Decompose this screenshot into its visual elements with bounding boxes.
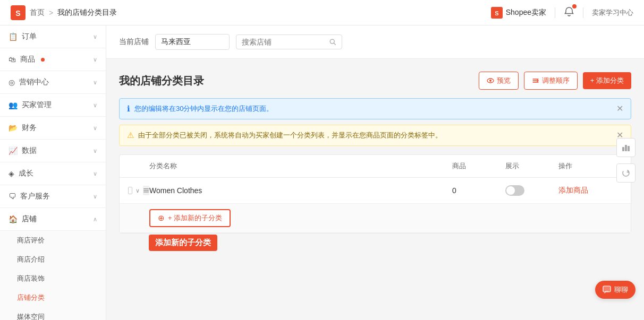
sidebar-label-data: 数据	[22, 146, 37, 155]
search-icon	[329, 38, 336, 46]
table-row: ∨ Women Clothes 0	[120, 178, 631, 204]
seller-study-link[interactable]: 卖家学习中心	[592, 8, 633, 18]
svg-point-7	[489, 80, 492, 82]
add-category-button[interactable]: + 添加分类	[583, 72, 631, 89]
refresh-icon	[621, 168, 631, 178]
sidebar-label-service: 客户服务	[20, 192, 50, 201]
col-action: 操作	[558, 161, 622, 171]
adjust-icon	[532, 77, 539, 84]
shop-icon: 🏠	[9, 215, 18, 223]
sidebar-item-shop-media[interactable]: 媒体空间	[17, 307, 106, 320]
top-header: S 首页 > 我的店铺分类目录 S Shopee卖家 卖家学习中心	[0, 0, 644, 25]
store-selector-label: 当前店铺	[119, 37, 149, 47]
sidebar-item-finance[interactable]: 📂 财务 ∨	[0, 117, 106, 140]
warning-icon: ⚠	[127, 131, 134, 140]
alert-blue-text: 您的编辑将在30分钟内显示在您的店铺页面。	[134, 104, 273, 114]
preview-button[interactable]: 预览	[479, 72, 519, 90]
alert-yellow-content: ⚠ 由于全部分类已被关闭，系统将自动为买家创建一个分类列表，并显示在您商品页面的…	[127, 131, 442, 140]
svg-text:S: S	[495, 10, 498, 16]
sidebar-label-buyer: 买家管理	[22, 100, 52, 110]
table-header: 分类名称 商品 展示 操作	[120, 155, 631, 178]
breadcrumb-current: 我的店铺分类目录	[57, 8, 117, 18]
chat-button[interactable]: 聊聊	[595, 281, 635, 299]
action-cell: 添加商品	[558, 186, 622, 195]
row-checkbox[interactable]	[128, 187, 132, 194]
adjust-order-button[interactable]: 调整顺序	[524, 72, 578, 90]
float-refresh-button[interactable]	[616, 163, 635, 183]
shop-sub-menu: 商店评价 商店介绍 商店装饰 店铺分类 媒体空间 我的报告	[0, 231, 106, 320]
sidebar: 📋 订单 ∨ 🛍 商品 ∨ ◎ 营销中心 ∨ 👥 买家	[0, 25, 106, 320]
sub-category-row: ⊕ + 添加新的子分类	[120, 204, 631, 233]
sidebar-item-marketing[interactable]: ◎ 营销中心 ∨	[0, 71, 106, 94]
right-float-buttons	[616, 138, 635, 183]
header-right: S Shopee卖家 卖家学习中心	[491, 6, 633, 19]
products-count: 0	[452, 186, 505, 195]
content-area: 当前店铺 我的店铺分类目录	[106, 25, 644, 320]
store-current-input[interactable]	[155, 34, 230, 50]
notification-dot	[572, 4, 577, 8]
sidebar-item-shop[interactable]: 🏠 店铺 ∧	[0, 208, 106, 231]
svg-line-5	[334, 43, 335, 45]
breadcrumb-home[interactable]: 首页	[30, 8, 45, 18]
alert-blue: ℹ 您的编辑将在30分钟内显示在您的店铺页面。 ✕	[119, 98, 631, 119]
shopee-brand-icon: S	[491, 7, 503, 19]
toggle-knob	[506, 186, 515, 195]
drag-handle[interactable]	[143, 186, 149, 195]
data-icon: 📈	[9, 146, 18, 155]
sidebar-item-shop-decor[interactable]: 商店装饰	[17, 269, 106, 288]
col-display: 展示	[505, 161, 558, 171]
chevron-down-icon: ∨	[93, 102, 97, 109]
header-divider2	[583, 7, 583, 18]
store-selector-bar: 当前店铺	[106, 25, 644, 59]
main-layout: 📋 订单 ∨ 🛍 商品 ∨ ◎ 营销中心 ∨ 👥 买家	[0, 25, 644, 320]
marketing-icon: ◎	[9, 78, 15, 87]
notification-bell[interactable]	[564, 6, 574, 19]
eye-icon	[487, 77, 494, 84]
float-stats-button[interactable]	[616, 138, 635, 157]
order-icon: 📋	[9, 32, 18, 41]
col-checkbox	[128, 161, 149, 171]
drag-icon	[143, 187, 149, 194]
popup-tooltip: 添加新的子分类	[149, 235, 217, 251]
col-category-name: 分类名称	[149, 161, 452, 171]
svg-rect-9	[143, 190, 149, 191]
breadcrumb-separator: >	[49, 8, 53, 17]
chevron-down-icon: ∨	[93, 33, 97, 40]
product-icon: 🛍	[9, 55, 16, 64]
popup-container: 添加新的子分类	[149, 235, 631, 251]
breadcrumb-area: S 首页 > 我的店铺分类目录	[11, 5, 117, 20]
sidebar-item-order[interactable]: 📋 订单 ∨	[0, 25, 106, 48]
sidebar-label-growth: 成长	[19, 169, 33, 178]
svg-rect-8	[143, 188, 149, 189]
shopee-logo-icon: S	[11, 5, 26, 20]
store-search-input[interactable]	[242, 38, 326, 46]
sidebar-item-shop-intro[interactable]: 商店介绍	[17, 250, 106, 269]
stats-icon	[621, 143, 631, 152]
sidebar-item-shop-review[interactable]: 商店评价	[17, 231, 106, 250]
service-icon: 🗨	[9, 192, 16, 201]
display-toggle-cell	[505, 185, 558, 196]
add-product-link[interactable]: 添加商品	[558, 186, 588, 194]
buyer-icon: 👥	[9, 101, 18, 109]
alert-yellow: ⚠ 由于全部分类已被关闭，系统将自动为买家创建一个分类列表，并显示在您商品页面的…	[119, 125, 631, 146]
sidebar-item-data[interactable]: 📈 数据 ∨	[0, 140, 106, 162]
display-toggle[interactable]	[505, 185, 524, 196]
sidebar-item-product[interactable]: 🛍 商品 ∨	[0, 48, 106, 71]
svg-rect-11	[622, 147, 624, 151]
sidebar-item-shop-category[interactable]: 店铺分类	[17, 288, 106, 307]
page-header: 我的店铺分类目录 预览 调整顺序	[119, 72, 631, 90]
page-content: 我的店铺分类目录 预览 调整顺序	[106, 59, 644, 264]
expand-chevron-icon[interactable]: ∨	[135, 187, 140, 194]
add-sub-category-button[interactable]: ⊕ + 添加新的子分类	[149, 209, 231, 227]
sidebar-item-buyer[interactable]: 👥 买家管理 ∨	[0, 94, 106, 117]
adjust-order-label: 调整顺序	[542, 76, 570, 85]
alert-blue-content: ℹ 您的编辑将在30分钟内显示在您的店铺页面。	[127, 104, 273, 114]
alert-blue-close[interactable]: ✕	[616, 105, 623, 113]
row-controls: ∨	[128, 186, 149, 195]
sidebar-item-service[interactable]: 🗨 客户服务 ∨	[0, 185, 106, 208]
svg-rect-15	[603, 286, 611, 292]
sidebar-item-growth[interactable]: ◈ 成长 ∨	[0, 162, 106, 185]
store-search-wrap	[236, 34, 342, 49]
sidebar-label-product: 商品	[20, 55, 35, 64]
add-sub-label: + 添加新的子分类	[168, 213, 222, 223]
